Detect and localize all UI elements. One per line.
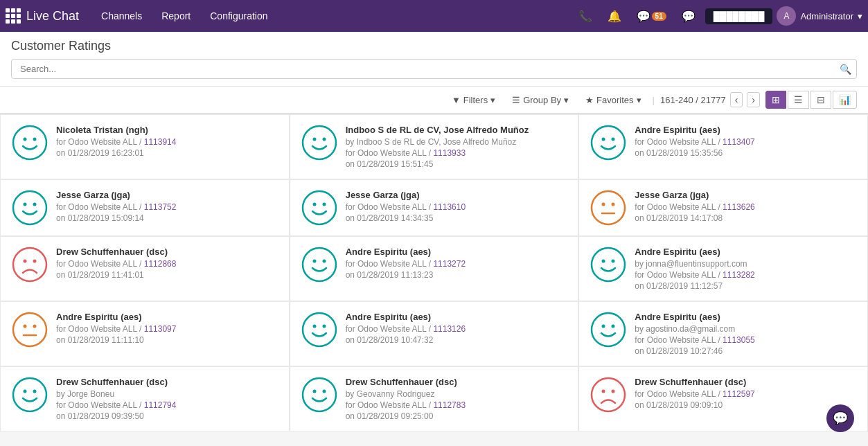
card-link[interactable]: 1113610 (433, 202, 466, 212)
smiley-icon (590, 312, 626, 348)
prev-page-btn[interactable]: ‹ (730, 92, 743, 107)
messages-icon-btn[interactable]: 💬 (676, 7, 701, 26)
search-icon-btn[interactable]: 🔍 (840, 64, 851, 75)
kanban-view-btn[interactable]: ⊞ (765, 91, 786, 109)
svg-point-36 (602, 325, 605, 328)
list-item[interactable]: Drew Schuffenhauer (dsc) by Geovanny Rod… (290, 367, 578, 431)
card-link[interactable]: 1113055 (723, 335, 755, 345)
card-link[interactable]: 1112794 (144, 400, 177, 410)
app-title: Live Chat (26, 9, 79, 24)
card-link[interactable]: 1113752 (144, 202, 177, 212)
svg-point-40 (33, 390, 37, 393)
navbar-right: 📞 🔔 💬 51 💬 ████████ A Administrator ▾ (573, 6, 862, 26)
view-buttons: ⊞ ☰ ⊟ 📊 (765, 91, 857, 109)
filters-btn[interactable]: ▼ Filters ▾ (446, 92, 501, 108)
phone-icon-btn[interactable]: 📞 (573, 7, 598, 26)
svg-point-25 (592, 248, 625, 281)
card-info: Indboo S de RL de CV, Jose Alfredo Muñoz… (346, 125, 567, 169)
favorites-btn[interactable]: ★ Favorites ▾ (580, 92, 646, 108)
chat-badge-btn[interactable]: 💬 51 (631, 7, 672, 26)
card-link[interactable]: 1113626 (723, 202, 755, 212)
card-link[interactable]: 1112868 (144, 259, 177, 269)
card-link[interactable]: 1113933 (433, 148, 466, 158)
list-view-btn[interactable]: ☰ (788, 91, 809, 109)
dark-input-btn[interactable]: ████████ (705, 8, 773, 24)
list-item[interactable]: Andre Espiritu (aes) by agostino.da@gmai… (579, 302, 867, 366)
card-link[interactable]: 1113126 (433, 324, 466, 334)
card-name: Nicoleta Tristan (ngh) (56, 125, 278, 135)
svg-point-16 (602, 203, 605, 206)
nav-configuration[interactable]: Configuration (202, 6, 276, 26)
card-date: on 01/28/2019 10:27:46 (635, 346, 856, 356)
cards-grid: Nicoleta Tristan (ngh) for Odoo Website … (0, 114, 868, 431)
nav-report[interactable]: Report (153, 6, 199, 26)
list-item[interactable]: Jesse Garza (jga) for Odoo Website ALL /… (290, 180, 578, 235)
svg-point-26 (602, 260, 605, 263)
card-for: for Odoo Website ALL / 1113282 (635, 270, 856, 280)
list-item[interactable]: Drew Schuffenhauer (dsc) for Odoo Websit… (1, 237, 289, 301)
card-date: on 01/28/2019 15:35:56 (635, 148, 856, 158)
card-by: by Jorge Boneu (56, 389, 278, 399)
list-item[interactable]: Jesse Garza (jga) for Odoo Website ALL /… (1, 180, 289, 235)
page-nav: 161-240 / 21777 ‹ › (660, 92, 760, 107)
smiley-icon (590, 125, 626, 161)
cards-scroll-area[interactable]: Nicoleta Tristan (ngh) for Odoo Website … (0, 114, 868, 431)
card-info: Nicoleta Tristan (ngh) for Odoo Website … (56, 125, 278, 158)
card-name: Andre Espiritu (aes) (346, 312, 567, 322)
smiley-icon (301, 377, 337, 413)
svg-point-38 (13, 378, 46, 411)
card-date: on 01/28/2019 11:13:23 (346, 270, 567, 280)
card-link[interactable]: 1113282 (723, 270, 755, 280)
svg-point-7 (602, 138, 605, 141)
card-date: on 01/28/2019 15:51:45 (346, 159, 567, 169)
card-info: Drew Schuffenhauer (dsc) by Geovanny Rod… (346, 377, 567, 421)
card-date: on 01/28/2019 15:09:14 (56, 213, 278, 223)
favorites-dropdown-icon: ▾ (637, 95, 641, 105)
smiley-icon (301, 247, 337, 283)
card-name: Drew Schuffenhauer (dsc) (56, 247, 278, 257)
card-link[interactable]: 1112783 (433, 400, 466, 410)
list-item[interactable]: Andre Espiritu (aes) for Odoo Website AL… (290, 302, 578, 366)
card-name: Drew Schuffenhauer (dsc) (56, 377, 278, 387)
search-input[interactable] (11, 59, 857, 79)
card-link[interactable]: 1112597 (723, 389, 755, 399)
svg-point-28 (13, 313, 46, 346)
svg-point-11 (33, 203, 37, 206)
svg-point-41 (303, 378, 336, 411)
svg-point-30 (33, 325, 37, 328)
chart-view-btn[interactable]: 📊 (833, 91, 857, 109)
list-item[interactable]: Nicoleta Tristan (ngh) for Odoo Website … (1, 115, 289, 179)
list-item[interactable]: Indboo S de RL de CV, Jose Alfredo Muñoz… (290, 115, 578, 179)
card-for: for Odoo Website ALL / 1113055 (635, 335, 856, 345)
card-name: Andre Espiritu (aes) (635, 125, 856, 135)
card-date: on 01/28/2019 09:09:10 (635, 400, 856, 410)
card-name: Jesse Garza (jga) (346, 190, 567, 200)
list-item[interactable]: Drew Schuffenhauer (dsc) for Odoo Websit… (579, 367, 867, 431)
card-for: for Odoo Website ALL / 1113933 (346, 148, 567, 158)
list-item[interactable]: Drew Schuffenhauer (dsc) by Jorge Boneuf… (1, 367, 289, 431)
card-link[interactable]: 1113407 (723, 137, 755, 147)
page-title: Customer Ratings (11, 39, 857, 53)
bell-icon-btn[interactable]: 🔔 (602, 7, 627, 26)
list-item[interactable]: Andre Espiritu (aes) for Odoo Website AL… (579, 115, 867, 179)
card-link[interactable]: 1113914 (144, 137, 177, 147)
card-for: for Odoo Website ALL / 1113097 (56, 324, 278, 334)
list-item[interactable]: Andre Espiritu (aes) by jonna@fluentinsu… (579, 237, 867, 301)
chat-bubble-btn[interactable]: 💬 (826, 404, 854, 431)
card-link[interactable]: 1113097 (144, 324, 177, 334)
apps-icon[interactable] (6, 8, 21, 24)
card-info: Andre Espiritu (aes) for Odoo Website AL… (346, 312, 567, 345)
card-date: on 01/28/2019 10:47:32 (346, 335, 567, 345)
list-item[interactable]: Andre Espiritu (aes) for Odoo Website AL… (1, 302, 289, 366)
user-avatar-btn[interactable]: A Administrator ▾ (777, 6, 862, 26)
nav-channels[interactable]: Channels (93, 6, 150, 26)
filter-bar: ▼ Filters ▾ ☰ Group By ▾ ★ Favorites ▾ |… (0, 87, 868, 114)
list-item[interactable]: Jesse Garza (jga) for Odoo Website ALL /… (579, 180, 867, 235)
next-page-btn[interactable]: › (747, 92, 760, 107)
card-link[interactable]: 1113272 (433, 259, 466, 269)
list-item[interactable]: Andre Espiritu (aes) for Odoo Website AL… (290, 237, 578, 301)
card-for: for Odoo Website ALL / 1113407 (635, 137, 856, 147)
card-info: Drew Schuffenhauer (dsc) by Jorge Boneuf… (56, 377, 278, 421)
group-by-btn[interactable]: ☰ Group By ▾ (506, 92, 574, 108)
table-view-btn[interactable]: ⊟ (811, 91, 831, 109)
